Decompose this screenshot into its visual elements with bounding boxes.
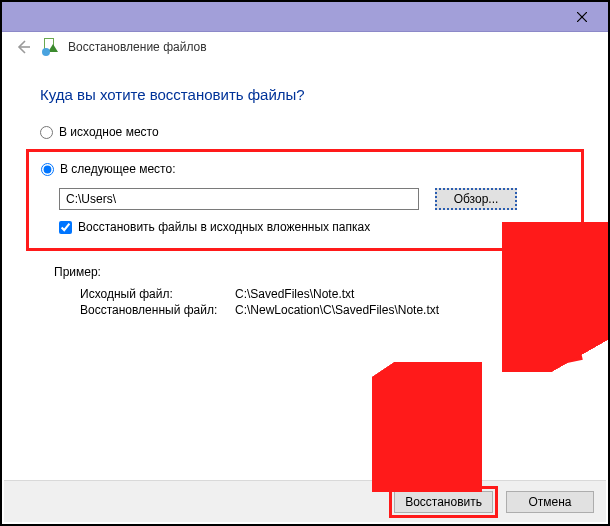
browse-button[interactable]: Обзор... bbox=[435, 188, 517, 210]
radio-following[interactable] bbox=[41, 163, 54, 176]
radio-following-label: В следующее место: bbox=[60, 162, 175, 176]
example-source-label: Исходный файл: bbox=[80, 287, 235, 301]
example-restored-label: Восстановленный файл: bbox=[80, 303, 235, 317]
content: Куда вы хотите восстановить файлы? В исх… bbox=[2, 62, 608, 317]
subfolders-checkbox[interactable] bbox=[59, 221, 72, 234]
example-title: Пример: bbox=[54, 265, 570, 279]
titlebar bbox=[2, 2, 608, 32]
option-following-row[interactable]: В следующее место: bbox=[41, 162, 569, 176]
option-original-row[interactable]: В исходное место bbox=[40, 125, 570, 139]
annotation-arrow-lower bbox=[372, 362, 482, 492]
example-block: Пример: Исходный файл: C:\SavedFiles\Not… bbox=[54, 265, 570, 317]
restore-button-highlight: Восстановить bbox=[389, 486, 498, 518]
example-source-value: C:\SavedFiles\Note.txt bbox=[235, 287, 570, 301]
cancel-button[interactable]: Отмена bbox=[506, 491, 594, 513]
restore-app-icon bbox=[42, 38, 60, 56]
back-button[interactable] bbox=[12, 36, 34, 58]
close-icon bbox=[577, 12, 587, 22]
page-heading: Куда вы хотите восстановить файлы? bbox=[40, 86, 570, 103]
path-row: Обзор... bbox=[59, 188, 569, 210]
destination-path-input[interactable] bbox=[59, 188, 419, 210]
header-title: Восстановление файлов bbox=[68, 40, 207, 54]
option-following-highlight: В следующее место: Обзор... Восстановить… bbox=[26, 149, 584, 251]
example-restored-value: C:\NewLocation\C\SavedFiles\Note.txt bbox=[235, 303, 570, 317]
subfolders-checkbox-label: Восстановить файлы в исходных вложенных … bbox=[78, 220, 370, 234]
radio-original-label: В исходное место bbox=[59, 125, 159, 139]
close-button[interactable] bbox=[562, 5, 602, 29]
subfolders-checkbox-row[interactable]: Восстановить файлы в исходных вложенных … bbox=[59, 220, 569, 234]
dialog-button-bar: Восстановить Отмена bbox=[4, 480, 606, 522]
wizard-header: Восстановление файлов bbox=[2, 32, 608, 62]
back-arrow-icon bbox=[15, 39, 31, 55]
restore-button[interactable]: Восстановить bbox=[394, 491, 493, 513]
radio-original[interactable] bbox=[40, 126, 53, 139]
